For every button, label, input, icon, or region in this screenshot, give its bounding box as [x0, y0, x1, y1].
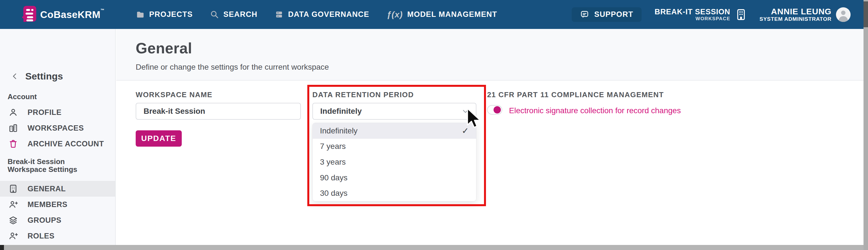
search-icon [210, 10, 219, 19]
dropdown-option-30-days[interactable]: 30 days [313, 185, 476, 201]
option-label: 90 days [320, 173, 347, 182]
option-label: Indefinitely [320, 126, 358, 135]
option-label: 7 years [320, 142, 346, 151]
data-retention-dropdown: Indefinitely ✓ 7 years 3 years 90 days 3… [312, 123, 476, 201]
sidebar-item-label: MEMBERS [28, 200, 67, 209]
sidebar-item-label: ROLES [28, 232, 55, 241]
primary-nav: PROJECTS SEARCH DATA GOVERNANCE ƒ(x) MOD… [136, 10, 497, 20]
update-button[interactable]: UPDATE [136, 130, 182, 147]
workspace-switcher[interactable]: BREAK-IT SESSION WORKSPACE [654, 8, 746, 22]
data-retention-select[interactable]: Indefinitely [312, 103, 476, 120]
support-label: SUPPORT [594, 10, 633, 19]
person-icon [8, 107, 18, 117]
sidebar-item-profile[interactable]: PROFILE [0, 104, 115, 120]
workspace-sub-label: WORKSPACE [654, 16, 730, 22]
option-label: 30 days [320, 189, 347, 198]
user-name: ANNIE LEUNG [760, 7, 832, 16]
app-logo[interactable]: CoBaseKRM™ [22, 6, 104, 23]
page-header: General Define or change the settings fo… [116, 29, 864, 81]
chevron-left-icon [11, 72, 19, 80]
avatar [836, 7, 850, 22]
nav-label: PROJECTS [149, 10, 193, 19]
nav-item-model-management[interactable]: ƒ(x) MODEL MANAGEMENT [386, 10, 497, 20]
dropdown-option-3-years[interactable]: 3 years [313, 154, 476, 170]
vertical-scrollbar-thumb[interactable] [864, 1, 868, 27]
sidebar-item-label: GROUPS [28, 216, 62, 225]
sidebar-title: Settings [25, 71, 63, 82]
page-subtitle: Define or change the settings for the cu… [136, 63, 329, 72]
esignature-toggle[interactable] [487, 105, 502, 115]
trademark: ™ [100, 8, 105, 12]
sidebar-item-roles[interactable]: ROLES [0, 228, 115, 244]
sidebar-item-workspaces[interactable]: WORKSPACES [0, 120, 115, 136]
nav-label: SEARCH [223, 10, 257, 19]
section-label-workspace-settings: Break-it Session Workspace Settings [8, 158, 100, 173]
trash-icon [8, 139, 18, 149]
workspace-name: BREAK-IT SESSION [654, 8, 730, 16]
sidebar-item-label: ARCHIVE ACCOUNT [28, 139, 104, 148]
person-add-icon [8, 231, 18, 241]
building-icon [8, 184, 18, 193]
horizontal-scrollbar[interactable] [0, 245, 864, 250]
sidebar-item-members[interactable]: MEMBERS [0, 197, 115, 212]
app-name: CoBaseKRM [40, 9, 100, 20]
sidebar-item-groups[interactable]: GROUPS [0, 212, 115, 228]
nav-label: DATA GOVERNANCE [288, 10, 369, 19]
nav-label: MODEL MANAGEMENT [407, 10, 497, 19]
layers-icon [8, 215, 18, 225]
esignature-toggle-label: Electronic signature collection for reco… [509, 106, 681, 115]
section-label-account: Account [8, 92, 37, 101]
nav-item-data-governance[interactable]: DATA GOVERNANCE [275, 10, 369, 19]
user-role: SYSTEM ADMINISTRATOR [760, 16, 832, 22]
building-icon [736, 8, 747, 21]
compliance-label: 21 CFR PART 11 COMPLIANCE MANAGEMENT [487, 90, 664, 99]
check-icon: ✓ [462, 126, 469, 136]
top-navbar: CoBaseKRM™ PROJECTS SEARCH [0, 0, 864, 29]
sidebar-item-label: PROFILE [28, 108, 62, 117]
vertical-scrollbar[interactable] [864, 0, 868, 250]
folder-icon [136, 10, 145, 19]
data-retention-label: DATA RETENTION PERIOD [312, 90, 414, 99]
settings-sidebar: Settings Account PROFILE WORKSPACES ARCH… [0, 29, 116, 245]
nav-item-search[interactable]: SEARCH [210, 10, 257, 19]
dropdown-option-90-days[interactable]: 90 days [313, 170, 476, 186]
selected-value: Indefinitely [320, 107, 461, 116]
nav-item-projects[interactable]: PROJECTS [136, 10, 193, 19]
sidebar-item-archive-account[interactable]: ARCHIVE ACCOUNT [0, 136, 115, 152]
support-button[interactable]: SUPPORT [571, 7, 642, 22]
toggle-knob [494, 106, 501, 114]
sidebar-item-general[interactable]: GENERAL [0, 181, 115, 197]
settings-back[interactable]: Settings [11, 71, 63, 82]
dropdown-option-indefinitely[interactable]: Indefinitely ✓ [313, 123, 476, 139]
dropdown-option-7-years[interactable]: 7 years [313, 139, 476, 155]
person-silhouette-icon [836, 7, 850, 22]
user-menu[interactable]: ANNIE LEUNG SYSTEM ADMINISTRATOR [760, 7, 850, 22]
page-title: General [136, 40, 192, 57]
horizontal-scrollbar-thumb[interactable] [0, 245, 4, 250]
chat-bubble-icon [580, 10, 589, 19]
sidebar-item-label: WORKSPACES [28, 124, 84, 133]
workspace-name-input[interactable] [136, 103, 301, 120]
server-stack-icon [275, 10, 283, 19]
chevron-down-icon [461, 107, 470, 116]
topbar-right: SUPPORT BREAK-IT SESSION WORKSPACE ANNIE… [571, 7, 850, 22]
buildings-icon [8, 123, 18, 133]
workspace-name-label: WORKSPACE NAME [136, 90, 212, 99]
app-logo-icon [22, 6, 36, 23]
sidebar-item-label: GENERAL [28, 185, 66, 193]
function-icon: ƒ(x) [386, 10, 403, 20]
option-label: 3 years [320, 158, 346, 166]
person-add-icon [8, 200, 18, 209]
